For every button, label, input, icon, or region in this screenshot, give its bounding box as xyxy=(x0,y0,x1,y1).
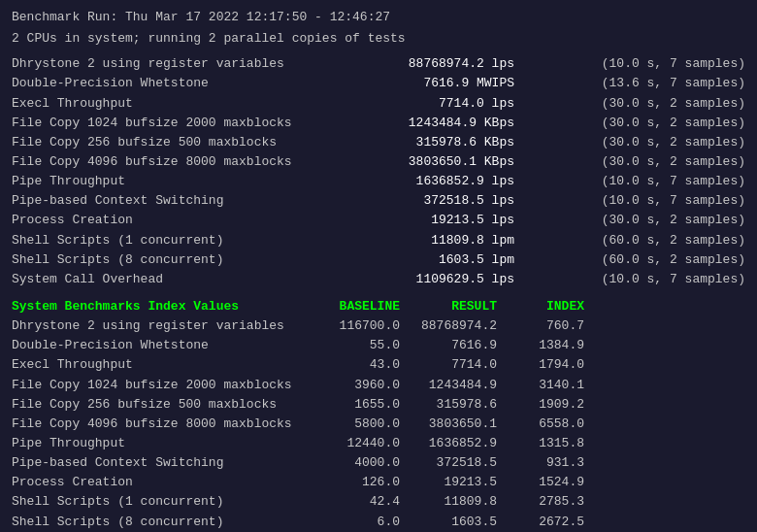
bench-meta: (10.0 s, 7 samples) xyxy=(590,270,745,289)
index-data-rows: Dhrystone 2 using register variables 116… xyxy=(12,316,745,532)
bench-meta: (10.0 s, 7 samples) xyxy=(590,54,745,74)
bench-value: 7714.0 lps xyxy=(398,94,514,114)
index-row-result: 7616.9 xyxy=(410,336,507,355)
bench-meta: (10.0 s, 7 samples) xyxy=(590,191,745,211)
bench-value: 3803650.1 KBps xyxy=(398,152,514,172)
bench-label: Execl Throughput xyxy=(12,94,322,114)
bench-label: Shell Scripts (1 concurrent) xyxy=(12,231,322,250)
index-row-baseline: 6.0 xyxy=(322,513,410,532)
benchmark-row: System Call Overhead 1109629.5 lps (10.0… xyxy=(12,270,745,289)
index-col-result: RESULT xyxy=(410,297,507,316)
index-data-row: Dhrystone 2 using register variables 116… xyxy=(12,316,745,336)
index-row-label: Double-Precision Whetstone xyxy=(12,336,322,355)
bench-label: System Call Overhead xyxy=(12,270,322,289)
bench-label: Shell Scripts (8 concurrent) xyxy=(12,250,322,270)
bench-value: 19213.5 lps xyxy=(398,211,514,230)
bench-label: Pipe-based Context Switching xyxy=(12,191,322,211)
index-row-index: 2672.5 xyxy=(507,513,584,532)
index-data-row: Pipe-based Context Switching 4000.0 3725… xyxy=(12,453,745,473)
index-col-label: System Benchmarks Index Values xyxy=(12,297,322,316)
index-row-result: 372518.5 xyxy=(410,453,507,473)
bench-meta: (30.0 s, 2 samples) xyxy=(590,152,745,172)
index-data-row: Pipe Throughput 12440.0 1636852.9 1315.8 xyxy=(12,434,745,453)
index-row-label: Dhrystone 2 using register variables xyxy=(12,316,322,336)
index-row-result: 1636852.9 xyxy=(410,434,507,453)
index-row-result: 11809.8 xyxy=(410,492,507,512)
index-row-baseline: 12440.0 xyxy=(322,434,410,453)
benchmark-row: Shell Scripts (1 concurrent) 11809.8 lpm… xyxy=(12,231,745,250)
index-header-row: System Benchmarks Index Values BASELINE … xyxy=(12,297,745,316)
index-row-label: Shell Scripts (8 concurrent) xyxy=(12,513,322,532)
index-data-row: Shell Scripts (8 concurrent) 6.0 1603.5 … xyxy=(12,513,745,532)
index-row-label: File Copy 4096 bufsize 8000 maxblocks xyxy=(12,415,322,434)
bench-meta: (30.0 s, 2 samples) xyxy=(590,211,745,230)
benchmark-row: Dhrystone 2 using register variables 887… xyxy=(12,54,745,74)
bench-value: 372518.5 lps xyxy=(398,191,514,211)
index-col-baseline: BASELINE xyxy=(322,297,410,316)
bench-meta: (30.0 s, 2 samples) xyxy=(590,114,745,133)
index-data-row: Double-Precision Whetstone 55.0 7616.9 1… xyxy=(12,336,745,355)
bench-value: 11809.8 lpm xyxy=(398,231,514,250)
benchmark-row: Execl Throughput 7714.0 lps (30.0 s, 2 s… xyxy=(12,94,745,114)
benchmark-row: File Copy 1024 bufsize 2000 maxblocks 12… xyxy=(12,114,745,133)
bench-value: 88768974.2 lps xyxy=(398,54,514,74)
index-row-index: 3140.1 xyxy=(507,376,584,395)
index-row-index: 1524.9 xyxy=(507,473,584,492)
bench-label: Process Creation xyxy=(12,211,322,230)
index-row-baseline: 4000.0 xyxy=(322,453,410,473)
bench-meta: (13.6 s, 7 samples) xyxy=(590,74,745,93)
bench-value: 1603.5 lpm xyxy=(398,250,514,270)
bench-label: File Copy 256 bufsize 500 maxblocks xyxy=(12,133,322,152)
bench-label: Dhrystone 2 using register variables xyxy=(12,54,322,74)
index-table: System Benchmarks Index Values BASELINE … xyxy=(12,297,745,532)
index-row-result: 7714.0 xyxy=(410,355,507,375)
benchmark-row: File Copy 4096 bufsize 8000 maxblocks 38… xyxy=(12,152,745,172)
bench-label: Double-Precision Whetstone xyxy=(12,74,322,93)
index-row-baseline: 55.0 xyxy=(322,336,410,355)
benchmark-row: Double-Precision Whetstone 7616.9 MWIPS … xyxy=(12,74,745,93)
index-row-label: Process Creation xyxy=(12,473,322,492)
index-row-label: Pipe-based Context Switching xyxy=(12,453,322,473)
index-row-baseline: 43.0 xyxy=(322,355,410,375)
index-row-index: 931.3 xyxy=(507,453,584,473)
index-row-index: 1794.0 xyxy=(507,355,584,375)
benchmark-row: Pipe-based Context Switching 372518.5 lp… xyxy=(12,191,745,211)
bench-meta: (30.0 s, 2 samples) xyxy=(590,94,745,114)
index-data-row: File Copy 1024 bufsize 2000 maxblocks 39… xyxy=(12,376,745,395)
index-row-index: 760.7 xyxy=(507,316,584,336)
index-row-index: 1315.8 xyxy=(507,434,584,453)
benchmark-row: Pipe Throughput 1636852.9 lps (10.0 s, 7… xyxy=(12,172,745,191)
header-line1: Benchmark Run: Thu Mar 17 2022 12:17:50 … xyxy=(12,8,745,27)
bench-label: File Copy 4096 bufsize 8000 maxblocks xyxy=(12,152,322,172)
index-row-index: 1384.9 xyxy=(507,336,584,355)
index-row-baseline: 5800.0 xyxy=(322,415,410,434)
benchmark-row: Shell Scripts (8 concurrent) 1603.5 lpm … xyxy=(12,250,745,270)
index-row-baseline: 42.4 xyxy=(322,492,410,512)
bench-value: 7616.9 MWIPS xyxy=(398,74,514,93)
index-row-index: 6558.0 xyxy=(507,415,584,434)
index-row-result: 3803650.1 xyxy=(410,415,507,434)
bench-meta: (60.0 s, 2 samples) xyxy=(590,250,745,270)
benchmark-row: Process Creation 19213.5 lps (30.0 s, 2 … xyxy=(12,211,745,230)
bench-value: 1636852.9 lps xyxy=(398,172,514,191)
index-row-result: 1603.5 xyxy=(410,513,507,532)
index-row-baseline: 3960.0 xyxy=(322,376,410,395)
bench-label: Pipe Throughput xyxy=(12,172,322,191)
index-data-row: Shell Scripts (1 concurrent) 42.4 11809.… xyxy=(12,492,745,512)
index-row-result: 88768974.2 xyxy=(410,316,507,336)
index-data-row: Execl Throughput 43.0 7714.0 1794.0 xyxy=(12,355,745,375)
index-data-row: File Copy 256 bufsize 500 maxblocks 1655… xyxy=(12,395,745,415)
index-data-row: Process Creation 126.0 19213.5 1524.9 xyxy=(12,473,745,492)
bench-meta: (10.0 s, 7 samples) xyxy=(590,172,745,191)
index-row-result: 1243484.9 xyxy=(410,376,507,395)
bench-value: 1109629.5 lps xyxy=(398,270,514,289)
index-row-baseline: 1655.0 xyxy=(322,395,410,415)
benchmark-row: File Copy 256 bufsize 500 maxblocks 3159… xyxy=(12,133,745,152)
index-row-result: 315978.6 xyxy=(410,395,507,415)
index-row-index: 1909.2 xyxy=(507,395,584,415)
index-row-label: File Copy 256 bufsize 500 maxblocks xyxy=(12,395,322,415)
bench-value: 1243484.9 KBps xyxy=(398,114,514,133)
benchmark-section: Dhrystone 2 using register variables 887… xyxy=(12,54,745,289)
index-row-index: 2785.3 xyxy=(507,492,584,512)
index-row-label: Shell Scripts (1 concurrent) xyxy=(12,492,322,512)
